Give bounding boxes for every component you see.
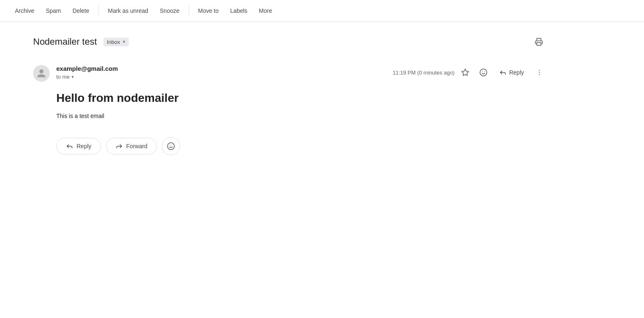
bottom-actions: Reply Forward [33, 137, 546, 155]
chevron-down-icon: ▾ [72, 75, 74, 79]
message-actions: 11:19 PM (0 minutes ago) [393, 65, 546, 80]
svg-marker-1 [462, 69, 469, 76]
email-body: Hello from nodemailer This is a test ema… [33, 92, 546, 120]
more-options-button[interactable] [532, 65, 546, 80]
print-icon [535, 38, 543, 46]
email-text: This is a test email [56, 111, 546, 120]
labels-button[interactable]: Labels [225, 4, 252, 17]
reply-header-button[interactable]: Reply [494, 66, 529, 79]
emoji-reaction-button[interactable] [476, 65, 491, 80]
sender-email: example@gmail.com [56, 65, 118, 72]
timestamp: 11:19 PM (0 minutes ago) [393, 70, 455, 76]
reply-bottom-label: Reply [77, 143, 91, 149]
subject-row: Nodemailer test Inbox × [33, 34, 546, 49]
divider-2 [189, 6, 189, 16]
inbox-badge-close-button[interactable]: × [123, 39, 125, 45]
person-icon [36, 68, 46, 78]
forward-bottom-label: Forward [126, 143, 147, 149]
forward-bottom-icon [115, 142, 123, 150]
snooze-button[interactable]: Snooze [155, 4, 184, 17]
reply-bottom-button[interactable]: Reply [56, 138, 101, 154]
email-heading: Hello from nodemailer [56, 92, 546, 105]
emoji-bottom-button[interactable] [162, 137, 180, 155]
subject-title: Nodemailer test [33, 36, 97, 47]
svg-point-2 [480, 69, 487, 76]
svg-point-5 [539, 70, 540, 71]
sender-section: example@gmail.com to me ▾ [33, 65, 118, 82]
message-block: example@gmail.com to me ▾ 11:19 PM (0 mi… [33, 61, 546, 159]
archive-button[interactable]: Archive [10, 4, 39, 17]
reply-bottom-icon [66, 142, 73, 150]
emoji-icon [479, 68, 488, 77]
more-button[interactable]: More [254, 4, 277, 17]
message-header: example@gmail.com to me ▾ 11:19 PM (0 mi… [33, 65, 546, 82]
subject-left: Nodemailer test Inbox × [33, 36, 129, 47]
reply-header-label: Reply [509, 69, 524, 76]
avatar [33, 65, 50, 82]
move-to-button[interactable]: Move to [193, 4, 224, 17]
inbox-badge: Inbox × [103, 38, 129, 46]
toolbar: Archive Spam Delete Mark as unread Snooz… [0, 0, 644, 22]
svg-point-6 [539, 72, 540, 73]
star-button[interactable] [458, 65, 473, 80]
emoji-bottom-icon [167, 142, 175, 150]
to-me-row[interactable]: to me ▾ [56, 74, 118, 80]
svg-rect-0 [537, 43, 541, 46]
svg-point-7 [539, 74, 540, 75]
spam-button[interactable]: Spam [41, 4, 66, 17]
reply-arrow-icon [499, 69, 507, 76]
forward-bottom-button[interactable]: Forward [106, 138, 157, 154]
mark-as-unread-button[interactable]: Mark as unread [103, 4, 153, 17]
divider-1 [99, 6, 99, 16]
print-button[interactable] [531, 34, 546, 49]
inbox-badge-label: Inbox [107, 39, 120, 45]
to-me-label: to me [56, 74, 70, 80]
sender-info: example@gmail.com to me ▾ [56, 65, 118, 80]
more-vert-icon [536, 69, 543, 76]
svg-point-8 [168, 143, 175, 150]
star-icon [461, 68, 469, 77]
delete-button[interactable]: Delete [67, 4, 94, 17]
email-content: Nodemailer test Inbox × [0, 22, 579, 176]
